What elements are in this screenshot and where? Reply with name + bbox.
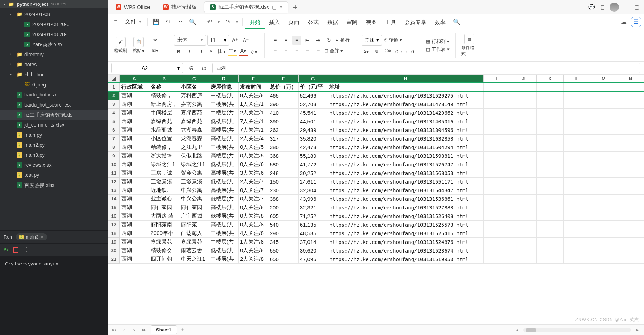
cell[interactable]: 2人关注/8 [239,255,268,264]
cell[interactable]: 嘉绿西苑 [179,117,209,126]
cell[interactable]: 中天之江1 [179,255,209,264]
cell[interactable]: 0人关注/5 [239,152,268,160]
column-header[interactable]: I [483,75,510,83]
cell[interactable]: https://hz.ke.com/ershoufang/10313130459… [328,126,483,135]
cell[interactable] [537,169,564,178]
cell[interactable]: 西湖 [119,160,149,169]
cell[interactable] [590,135,617,143]
row-header[interactable]: 15 [108,203,120,212]
cell[interactable] [590,83,617,91]
cell[interactable] [590,229,617,238]
cell[interactable] [537,109,564,117]
cell[interactable] [564,229,590,238]
run-tab[interactable]: 🐍 main3 × [16,233,47,240]
worksheet-button[interactable]: ▤ 工作表▾ [426,46,450,53]
cell[interactable] [483,83,510,91]
cell[interactable] [564,143,590,152]
cell[interactable] [510,152,536,160]
cell[interactable]: 嘉南公寓 [179,100,209,109]
tree-item[interactable]: xjd_comments.xlsx [0,120,108,130]
cell[interactable]: 1人关注/8 [239,238,268,246]
justify-icon[interactable]: ≡ [303,46,312,56]
row-header[interactable]: 21 [108,255,120,264]
menu-tab[interactable]: 工具 [381,15,400,29]
row-header[interactable]: 6 [108,126,120,135]
cell[interactable] [564,126,590,135]
cell[interactable] [537,91,564,100]
cell[interactable]: https://hz.ke.com/ershoufang/10313154434… [328,186,483,195]
cell[interactable]: 中楼层(共 [209,100,238,109]
cell[interactable] [483,117,510,126]
row-header[interactable]: 5 [108,117,120,126]
row-header[interactable]: 3 [108,100,120,109]
tree-item[interactable]: xbaidu_hot.xlsx [0,90,108,100]
cell[interactable] [510,83,536,91]
cell[interactable] [483,109,510,117]
cell[interactable] [590,160,617,169]
distribute-icon[interactable]: ≡ [314,46,323,56]
cell[interactable]: 高楼层(共 [209,126,238,135]
cell[interactable] [617,126,644,135]
cell[interactable] [564,117,590,126]
cell[interactable] [564,238,590,246]
cell[interactable]: 0人关注/5 [239,143,268,152]
cell[interactable]: https://hz.ke.com/ershoufang/10313160429… [328,143,483,152]
cell[interactable]: 高楼层(共 [209,169,238,178]
cell[interactable] [510,246,536,255]
cell[interactable] [617,186,644,195]
align-top-icon[interactable]: ≡ [271,36,280,45]
cell[interactable]: 52,466 [298,91,328,100]
column-header[interactable]: A [119,75,149,83]
cell[interactable] [510,229,536,238]
cell[interactable]: 410 [268,109,298,117]
column-header[interactable]: E [239,75,268,83]
underline-button[interactable]: U [196,47,205,56]
cell[interactable] [483,152,510,160]
header-cell[interactable]: 发布时间 [239,83,268,91]
cell[interactable]: 西湖 [119,203,149,212]
cell[interactable]: 390 [268,100,298,109]
cell[interactable] [590,221,617,229]
header-cell[interactable]: 名称 [149,83,179,91]
app-tab[interactable]: W找稻壳模板 [157,2,202,13]
cell[interactable] [564,100,590,109]
cell[interactable]: 4人关注/8 [239,229,268,238]
cell[interactable]: 浙大摇篮, [149,152,179,160]
cell[interactable] [564,135,590,143]
cell[interactable]: 32,321 [298,203,328,212]
cell[interactable]: 2人关注/7 [239,178,268,186]
cell[interactable] [590,100,617,109]
cell[interactable]: 0人关注/8 [239,246,268,255]
last-sheet-icon[interactable]: ⏭ [141,327,148,332]
header-cell[interactable]: 小区名 [179,83,209,91]
cell[interactable] [537,212,564,221]
header-cell[interactable]: 地址 [328,83,483,91]
tree-item[interactable]: ›📁directory [0,49,108,60]
cell[interactable]: 35,820 [298,135,328,143]
cell[interactable]: 龙湖春森 [179,126,209,135]
next-sheet-icon[interactable]: › [131,327,138,332]
italic-button[interactable]: I [185,47,194,56]
cell[interactable]: 丽阳苑南 [149,221,179,229]
cell[interactable]: 业主诚心! [149,195,179,203]
fill-color-button[interactable]: ⬚▾ [228,47,237,56]
cell[interactable]: 龙湖春森 [179,135,209,143]
cell[interactable] [510,212,536,221]
cell[interactable]: 650 [268,255,298,264]
cell[interactable] [510,186,536,195]
cell[interactable] [564,152,590,160]
cell[interactable]: 广宇西城 [179,212,209,221]
cell[interactable]: https://hz.ke.com/ershoufang/10313140501… [328,117,483,126]
tree-item[interactable]: ›📁notes [0,60,108,70]
cell[interactable]: https://hz.ke.com/ershoufang/10313152640… [328,212,483,221]
cell[interactable]: 44,501 [298,117,328,126]
cell[interactable] [537,117,564,126]
cell[interactable]: 30,252 [298,169,328,178]
cell[interactable] [537,246,564,255]
cell[interactable] [617,169,644,178]
scroll-left-icon[interactable]: ◂ [513,327,521,332]
cell[interactable]: https://hz.ke.com/ershoufang/10313152557… [328,221,483,229]
horizontal-scrollbar[interactable] [523,328,631,332]
cell[interactable] [537,229,564,238]
cell[interactable] [483,246,510,255]
